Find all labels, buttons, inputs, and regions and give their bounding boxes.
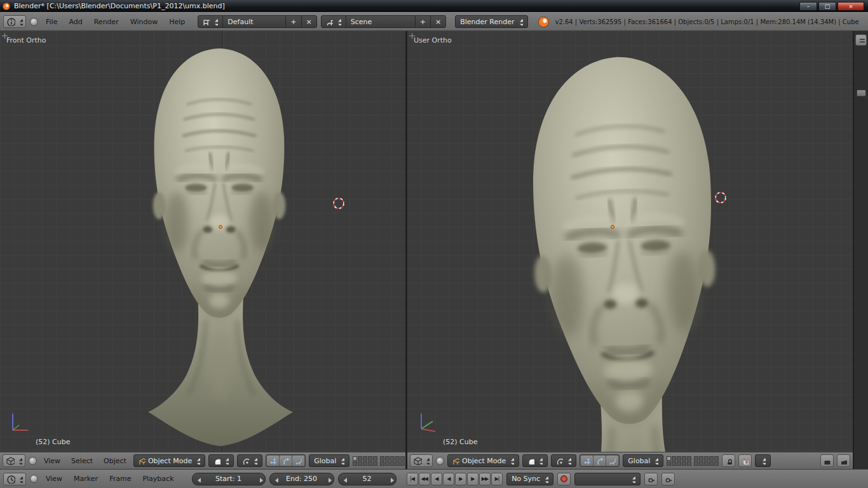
menu-view[interactable]: View	[42, 475, 66, 483]
titlebar[interactable]: Blender* [C:\Users\Blender\Documents\P1_…	[0, 0, 868, 12]
editor-type-button-3dview[interactable]	[410, 454, 433, 467]
close-button[interactable]: ×	[837, 2, 864, 11]
layer-toggle-group[interactable]	[353, 456, 405, 466]
menu-add[interactable]: Add	[65, 18, 86, 26]
rotate-manipulator-button[interactable]	[280, 456, 292, 466]
scene-browse-button[interactable]	[321, 15, 346, 28]
layer-toggle[interactable]	[709, 461, 714, 466]
properties-editor-button[interactable]	[855, 34, 867, 46]
play-reverse-button[interactable]: ◀	[443, 473, 454, 485]
transform-orientation-dropdown[interactable]: Global	[623, 454, 663, 467]
layer-toggle[interactable]	[704, 461, 709, 466]
next-frame-button[interactable]: ▶	[467, 473, 478, 485]
viewport-shading-dropdown[interactable]	[208, 454, 234, 467]
layer-toggle[interactable]	[714, 461, 719, 466]
pivot-point-dropdown[interactable]	[237, 454, 262, 467]
header-menus-toggle[interactable]	[29, 457, 37, 465]
rotate-manipulator-button[interactable]	[593, 456, 606, 466]
menu-marker[interactable]: Marker	[70, 475, 102, 483]
screen-layout-name-field[interactable]: Default	[222, 15, 286, 28]
layer-toggle[interactable]	[667, 461, 671, 466]
render-engine-dropdown[interactable]: Blender Render	[455, 15, 527, 28]
snap-magnet-button[interactable]	[738, 454, 752, 467]
end-frame-field[interactable]: End: 250	[269, 473, 334, 485]
layer-toggle[interactable]	[390, 461, 395, 466]
layer-toggle[interactable]	[677, 456, 681, 461]
layer-toggle[interactable]	[667, 456, 671, 461]
jump-to-start-button[interactable]: |◀	[407, 473, 418, 485]
menu-render[interactable]: Render	[90, 18, 123, 26]
layer-toggle[interactable]	[385, 461, 390, 466]
screen-layout-delete-button[interactable]: ×	[301, 15, 317, 28]
layer-toggle[interactable]	[714, 456, 719, 461]
editor-type-button-3dview[interactable]	[3, 454, 25, 467]
layer-toggle[interactable]	[385, 456, 390, 461]
scale-manipulator-button[interactable]	[292, 456, 304, 466]
scale-manipulator-button[interactable]	[606, 456, 618, 466]
sculpted-head-model[interactable]	[477, 40, 776, 452]
snap-element-dropdown[interactable]	[755, 454, 771, 467]
viewport-shading-dropdown[interactable]	[522, 454, 548, 467]
record-autokey-button[interactable]	[557, 473, 571, 485]
keying-set-dropdown[interactable]	[574, 473, 641, 485]
layer-toggle[interactable]	[363, 456, 367, 461]
layer-toggle[interactable]	[709, 456, 714, 461]
expand-panel-tab[interactable]	[857, 90, 866, 97]
maximize-button[interactable]: □	[818, 2, 836, 11]
layer-toggle[interactable]	[699, 461, 703, 466]
layer-toggle[interactable]	[682, 456, 686, 461]
layer-toggle[interactable]	[687, 461, 691, 466]
sync-mode-dropdown[interactable]: No Sync	[506, 473, 553, 485]
menu-help[interactable]: Help	[165, 18, 189, 26]
prev-frame-button[interactable]: ◀	[431, 473, 442, 485]
menu-playback[interactable]: Playback	[139, 475, 177, 483]
menu-object[interactable]: Object	[100, 457, 130, 465]
layer-toggle[interactable]	[380, 456, 384, 461]
layer-toggle[interactable]	[363, 461, 367, 466]
pivot-point-dropdown[interactable]	[551, 454, 576, 467]
menus-collapse-toggle[interactable]	[30, 18, 38, 26]
layer-toggle[interactable]	[358, 461, 362, 466]
menu-view[interactable]: View	[40, 457, 64, 465]
area-split-handle[interactable]	[409, 33, 415, 39]
editor-type-button-info[interactable]	[3, 15, 26, 28]
layer-toggle[interactable]	[358, 456, 362, 461]
layer-toggle[interactable]	[400, 461, 405, 466]
layer-toggle[interactable]	[395, 456, 400, 461]
screen-layout-add-button[interactable]: +	[285, 15, 301, 28]
mode-dropdown[interactable]: Object Mode	[447, 454, 519, 467]
screen-layout-browse-button[interactable]	[198, 15, 223, 28]
layer-toggle[interactable]	[687, 456, 691, 461]
delete-keyframe-button[interactable]	[661, 473, 675, 485]
layer-toggle[interactable]	[368, 461, 372, 466]
menu-file[interactable]: File	[42, 18, 61, 26]
layer-toggle[interactable]	[373, 461, 377, 466]
menu-select[interactable]: Select	[67, 457, 97, 465]
mode-dropdown[interactable]: Object Mode	[133, 454, 205, 467]
layer-toggle[interactable]	[682, 461, 686, 466]
layer-toggle[interactable]	[694, 461, 698, 466]
play-button[interactable]: ▶	[455, 473, 466, 485]
layer-toggle[interactable]	[694, 456, 698, 461]
minimize-button[interactable]: –	[799, 2, 817, 11]
layer-toggle[interactable]	[400, 456, 405, 461]
layer-toggle[interactable]	[353, 456, 357, 461]
menu-window[interactable]: Window	[126, 18, 161, 26]
layer-toggle[interactable]	[380, 461, 384, 466]
layer-toggle[interactable]	[390, 456, 395, 461]
viewport-front-ortho[interactable]: Front Ortho (52) Cube	[0, 31, 405, 452]
lock-to-scene-button[interactable]	[722, 454, 735, 467]
jump-to-end-button[interactable]: ▶|	[491, 473, 503, 485]
translate-manipulator-button[interactable]	[267, 456, 279, 466]
layer-toggle[interactable]	[395, 461, 400, 466]
layer-toggle-group[interactable]	[667, 456, 719, 466]
translate-manipulator-button[interactable]	[581, 456, 593, 466]
editor-type-button-timeline[interactable]	[3, 473, 26, 485]
layer-toggle[interactable]	[704, 456, 709, 461]
prev-keyframe-button[interactable]: ◀◀	[419, 473, 430, 485]
layer-toggle[interactable]	[672, 461, 676, 466]
header-menus-toggle[interactable]	[30, 475, 38, 483]
start-frame-field[interactable]: Start: 1	[192, 473, 266, 485]
header-menus-toggle[interactable]	[436, 457, 444, 465]
scene-delete-button[interactable]: ×	[430, 15, 446, 28]
